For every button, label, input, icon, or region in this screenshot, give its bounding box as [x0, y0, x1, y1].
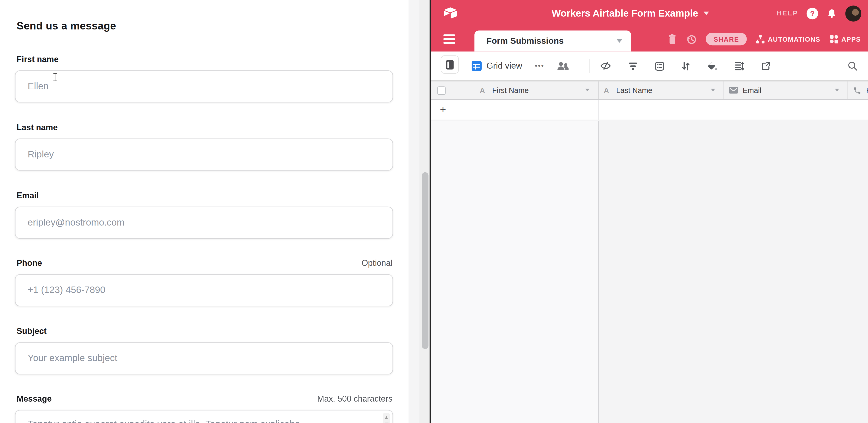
- column-border[interactable]: [847, 82, 848, 99]
- base-title: Workers Airtable Form Example: [552, 7, 698, 19]
- help-button[interactable]: HELP: [776, 9, 798, 17]
- automations-button[interactable]: AUTOMATIONS: [756, 34, 820, 44]
- subject-input[interactable]: [16, 343, 392, 374]
- grid-canvas-right: [599, 121, 868, 423]
- text-field-icon: A: [604, 86, 609, 94]
- sidebar-menu-icon[interactable]: [443, 34, 455, 43]
- column-name: First Name: [492, 86, 529, 94]
- add-record-row[interactable]: +: [431, 100, 868, 120]
- search-icon[interactable]: [847, 61, 858, 71]
- grid-view-icon[interactable]: [471, 61, 482, 71]
- window-gutter: [408, 0, 420, 423]
- column-border[interactable]: [723, 82, 724, 99]
- collaborators-icon[interactable]: [557, 61, 569, 71]
- views-sidebar-toggle-button[interactable]: [440, 56, 459, 73]
- email-label: Email: [17, 190, 39, 200]
- phone-label: Phone: [17, 258, 42, 268]
- apps-button[interactable]: APPS: [829, 34, 861, 44]
- phone-input[interactable]: [16, 275, 392, 306]
- column-menu-caret-icon[interactable]: [835, 89, 839, 91]
- field-message: Message Max. 500 characters Tenetur opti…: [15, 394, 393, 423]
- form-title: Send us a message: [17, 20, 116, 32]
- column-name: Last Name: [616, 86, 652, 94]
- email-input[interactable]: [16, 207, 392, 238]
- grid-canvas-left: [431, 121, 598, 423]
- page-scrollbar-thumb[interactable]: [422, 172, 428, 349]
- apps-label: APPS: [841, 35, 861, 43]
- scroll-up-arrow-icon[interactable]: [384, 416, 388, 419]
- add-record-plus-icon[interactable]: +: [440, 103, 446, 116]
- contact-form-pane: Send us a message First name Last name: [0, 0, 410, 423]
- field-subject: Subject: [15, 326, 393, 374]
- sort-icon[interactable]: [681, 61, 690, 71]
- frozen-column-border: [598, 100, 599, 120]
- page-scrollbar-track[interactable]: [420, 0, 429, 423]
- automations-icon: [756, 34, 765, 44]
- select-all-checkbox[interactable]: [437, 86, 445, 94]
- group-icon[interactable]: [655, 61, 664, 71]
- table-tab-caret-icon[interactable]: [617, 39, 622, 42]
- subject-label: Subject: [17, 326, 46, 336]
- filter-icon[interactable]: [628, 62, 638, 70]
- column-menu-caret-icon[interactable]: [585, 89, 589, 91]
- last-name-label: Last name: [17, 122, 58, 132]
- first-name-label: First name: [17, 54, 59, 64]
- first-name-input[interactable]: [16, 71, 392, 102]
- field-first-name: First name: [15, 54, 393, 102]
- toolbar-divider: [589, 59, 589, 73]
- share-view-icon[interactable]: [761, 61, 771, 71]
- message-textarea[interactable]: Tenetur optio quaerat expedita vero et i…: [15, 410, 393, 423]
- message-maxchars-note: Max. 500 characters: [317, 394, 392, 403]
- help-question-icon[interactable]: ?: [807, 7, 818, 19]
- apps-icon: [829, 34, 839, 44]
- email-icon: [729, 87, 738, 94]
- color-icon[interactable]: [707, 61, 717, 71]
- hide-fields-icon[interactable]: [600, 61, 611, 70]
- frozen-column-divider: [598, 121, 599, 423]
- column-name: Phone: [866, 86, 868, 94]
- textarea-scrollbar[interactable]: [383, 413, 390, 423]
- message-placeholder-text: Tenetur optio quaerat expedita vero et i…: [28, 419, 373, 423]
- sidebar-panel-icon: [445, 60, 454, 69]
- user-avatar[interactable]: [845, 5, 861, 22]
- last-name-input[interactable]: [16, 139, 392, 170]
- active-table-tab-label: Form Submissions: [487, 36, 564, 46]
- text-field-icon: A: [480, 86, 485, 94]
- view-options-ellipsis[interactable]: •••: [535, 62, 545, 70]
- view-toolbar: Grid view •••: [431, 52, 868, 81]
- airtable-logo-icon[interactable]: [443, 7, 458, 19]
- field-last-name: Last name: [15, 122, 393, 171]
- phone-column-header[interactable]: Phone: [853, 82, 868, 99]
- phone-icon: [853, 86, 861, 94]
- base-title-caret-icon: [704, 12, 709, 15]
- trash-icon[interactable]: [668, 34, 677, 44]
- last-name-column-header[interactable]: A Last Name: [604, 82, 652, 99]
- text-cursor-icon: [53, 73, 58, 82]
- screenshot-stage: Send us a message First name Last name: [0, 0, 868, 423]
- window-divider: [429, 0, 431, 423]
- airtable-pane: Workers Airtable Form Example HELP ? For…: [431, 0, 868, 423]
- column-name: Email: [743, 86, 761, 94]
- automations-label: AUTOMATIONS: [768, 35, 820, 43]
- column-menu-caret-icon[interactable]: [711, 89, 715, 91]
- share-button[interactable]: SHARE: [706, 33, 747, 46]
- row-height-icon[interactable]: [734, 61, 744, 71]
- tab-form-submissions[interactable]: Form Submissions: [474, 30, 631, 51]
- column-border[interactable]: [598, 82, 599, 99]
- email-column-header[interactable]: Email: [729, 82, 761, 99]
- message-label: Message: [17, 394, 52, 403]
- phone-optional-note: Optional: [362, 258, 392, 268]
- notifications-bell-icon[interactable]: [826, 7, 837, 19]
- history-icon[interactable]: [686, 34, 697, 44]
- view-name[interactable]: Grid view: [487, 61, 522, 71]
- share-label: SHARE: [714, 35, 739, 43]
- first-name-column-header[interactable]: A First Name: [480, 82, 529, 99]
- field-phone: Phone Optional: [15, 258, 393, 306]
- base-title-wrap[interactable]: Workers Airtable Form Example: [497, 0, 763, 27]
- grid-header-row: A First Name A Last Name Email: [431, 81, 868, 100]
- field-email: Email: [15, 190, 393, 239]
